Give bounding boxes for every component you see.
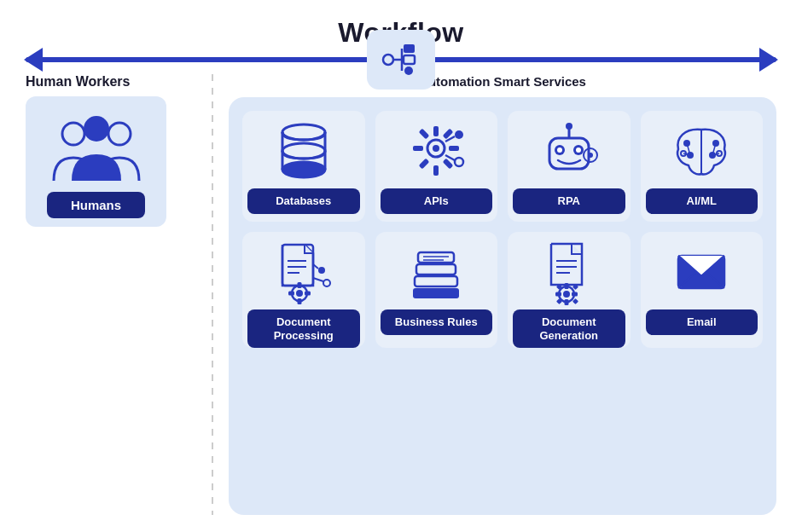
svg-line-65 bbox=[313, 278, 323, 281]
svg-rect-60 bbox=[288, 292, 294, 296]
svg-rect-24 bbox=[419, 129, 430, 140]
workflow-icon-box bbox=[367, 30, 435, 90]
svg-rect-79 bbox=[555, 292, 561, 297]
service-card-email: Email bbox=[641, 232, 764, 348]
arrow-right-icon bbox=[759, 48, 778, 72]
svg-point-57 bbox=[296, 290, 303, 297]
svg-rect-58 bbox=[297, 282, 301, 288]
svg-rect-66 bbox=[413, 288, 459, 298]
rpa-badge: RPA bbox=[513, 188, 625, 214]
services-grid: Databases bbox=[242, 111, 763, 348]
humans-card: Humans bbox=[26, 96, 166, 227]
svg-rect-21 bbox=[433, 165, 439, 176]
svg-point-30 bbox=[455, 158, 463, 166]
svg-rect-59 bbox=[297, 298, 301, 304]
doc-generation-badge: DocumentGeneration bbox=[513, 309, 625, 348]
human-workers-label: Human Workers bbox=[26, 74, 130, 90]
svg-rect-69 bbox=[418, 252, 454, 263]
service-card-databases: Databases bbox=[242, 111, 365, 222]
svg-point-19 bbox=[433, 145, 439, 152]
email-icon bbox=[671, 240, 731, 304]
svg-rect-25 bbox=[443, 159, 454, 170]
svg-point-9 bbox=[84, 116, 109, 142]
email-badge: Email bbox=[646, 309, 758, 335]
svg-rect-23 bbox=[449, 146, 459, 151]
svg-point-37 bbox=[557, 147, 562, 153]
svg-rect-26 bbox=[419, 159, 430, 170]
business-rules-badge: Business Rules bbox=[381, 309, 493, 335]
business-rules-icon bbox=[406, 240, 466, 304]
rpa-icon bbox=[539, 119, 599, 183]
svg-rect-67 bbox=[415, 276, 457, 286]
service-card-doc-processing: DocumentProcessing bbox=[242, 232, 365, 348]
apis-icon bbox=[406, 119, 466, 183]
svg-point-7 bbox=[62, 123, 84, 145]
svg-rect-61 bbox=[305, 292, 311, 296]
svg-point-34 bbox=[566, 123, 572, 130]
svg-point-0 bbox=[383, 55, 393, 65]
divider bbox=[212, 74, 213, 515]
right-panel: Automation Smart Services bbox=[229, 74, 776, 515]
humans-icon bbox=[49, 108, 143, 185]
doc-generation-icon bbox=[539, 240, 599, 304]
apis-badge: APIs bbox=[381, 188, 493, 214]
aiml-badge: AI/ML bbox=[646, 188, 758, 214]
aiml-icon bbox=[671, 119, 731, 183]
svg-rect-78 bbox=[564, 299, 568, 305]
service-card-rpa: RPA bbox=[508, 111, 631, 222]
svg-point-40 bbox=[588, 153, 593, 158]
service-card-apis: APIs bbox=[375, 111, 498, 222]
svg-rect-20 bbox=[433, 126, 439, 136]
svg-point-8 bbox=[108, 123, 131, 145]
automation-label: Automation Smart Services bbox=[229, 74, 776, 89]
svg-point-28 bbox=[455, 130, 463, 139]
service-card-aiml: AI/ML bbox=[641, 111, 764, 222]
databases-icon bbox=[274, 119, 334, 183]
svg-rect-22 bbox=[413, 146, 423, 151]
databases-badge: Databases bbox=[247, 188, 360, 214]
svg-rect-5 bbox=[404, 55, 415, 64]
svg-rect-4 bbox=[404, 44, 415, 53]
main-content: Human Workers Hum bbox=[26, 74, 776, 515]
doc-processing-badge: DocumentProcessing bbox=[247, 309, 360, 348]
arrow-left-icon bbox=[24, 48, 43, 72]
svg-rect-68 bbox=[416, 264, 456, 275]
service-card-doc-generation: DocumentGeneration bbox=[508, 232, 631, 348]
svg-point-38 bbox=[576, 147, 581, 153]
service-card-business-rules: Business Rules bbox=[375, 232, 498, 348]
svg-point-6 bbox=[404, 66, 413, 75]
svg-point-64 bbox=[323, 280, 330, 286]
svg-rect-77 bbox=[564, 283, 568, 289]
humans-badge: Humans bbox=[47, 192, 145, 218]
page: Workflow bbox=[0, 0, 802, 532]
svg-rect-80 bbox=[572, 292, 578, 297]
services-grid-outer: Databases bbox=[229, 97, 776, 515]
svg-point-76 bbox=[563, 291, 570, 298]
doc-processing-icon bbox=[274, 240, 334, 304]
left-panel: Human Workers Hum bbox=[26, 74, 196, 515]
svg-point-62 bbox=[318, 267, 325, 274]
people-svg bbox=[49, 108, 143, 185]
arrow-row bbox=[26, 57, 776, 62]
workflow-icon bbox=[380, 38, 422, 81]
